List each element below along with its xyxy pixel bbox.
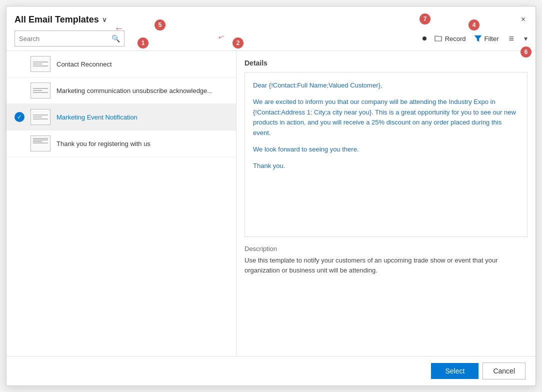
description-text: Use this template to notify your custome… — [244, 256, 528, 275]
main-content: Contact Reconnect Marketing communicatio… — [6, 50, 536, 356]
annotation-5: 5 — [154, 20, 166, 30]
title-text: All Email Templates — [14, 14, 99, 25]
email-line-4: Thank you. — [253, 161, 519, 172]
icon-line — [33, 116, 42, 118]
item-label: Marketing Event Notification — [56, 114, 138, 121]
email-closing-1: We look forward to seeing you there. — [253, 146, 359, 153]
filter-label: Filter — [484, 35, 499, 42]
email-templates-dialog: 1 2 3 4 5 6 7 All Email Templates ∨ ← × … — [6, 6, 536, 386]
email-line-2: We are excited to inform you that our co… — [253, 97, 519, 138]
template-thumbnail — [30, 82, 50, 98]
email-closing-2: Thank you. — [253, 162, 285, 170]
annotation-4: 4 — [468, 20, 480, 30]
icon-line — [33, 92, 48, 93]
toolbar-right: Record Filter ≡ ▾ — [422, 34, 528, 44]
icon-line — [33, 118, 48, 120]
filter-button[interactable]: Filter — [474, 34, 499, 42]
description-label: Description — [244, 245, 528, 252]
icon-line — [33, 142, 48, 144]
icon-line — [33, 88, 48, 89]
email-body-main: We are excited to inform you that our co… — [253, 98, 516, 136]
dialog-footer: Select Cancel — [6, 356, 536, 386]
search-input[interactable] — [19, 35, 112, 42]
close-button[interactable]: × — [519, 14, 528, 26]
dialog-header: All Email Templates ∨ ← × — [6, 6, 536, 30]
svg-marker-0 — [474, 36, 482, 42]
selected-checkmark: ✓ — [14, 112, 24, 122]
item-label: Thank you for registering with us — [56, 140, 150, 148]
icon-line — [33, 141, 42, 142]
check-placeholder — [14, 59, 24, 69]
item-label: Contact Reconnect — [56, 60, 112, 68]
check-placeholder — [14, 86, 24, 96]
description-section: Description Use this template to notify … — [244, 245, 528, 275]
icon-line — [33, 138, 48, 139]
icon-line — [33, 62, 48, 62]
template-thumbnail — [30, 109, 50, 125]
dialog-title: All Email Templates ∨ — [14, 14, 107, 25]
icon-line — [33, 90, 42, 91]
icon-line — [33, 140, 48, 140]
record-label: Record — [445, 35, 466, 42]
search-icon: 🔍 — [112, 34, 120, 42]
list-item[interactable]: ✓ Marketing Event Notification — [6, 104, 236, 130]
chevron-down-icon[interactable]: ∨ — [102, 16, 107, 24]
email-preview: Dear {!Contact:Full Name;Valued Customer… — [244, 72, 528, 237]
more-options-button[interactable]: ≡ — [506, 34, 516, 44]
email-line-1: Dear {!Contact:Full Name;Valued Customer… — [253, 80, 519, 91]
icon-line — [33, 66, 48, 66]
check-placeholder — [14, 138, 24, 148]
dot-indicator — [422, 36, 426, 40]
chevron-expand-button[interactable]: ▾ — [524, 34, 528, 42]
toolbar: 🔍 → Record Filter ≡ — [6, 30, 536, 50]
item-label: Marketing communication unsubscribe ackn… — [56, 87, 212, 94]
template-list: Contact Reconnect Marketing communicatio… — [6, 51, 236, 356]
details-panel: Details Dear {!Contact:Full Name;Valued … — [236, 51, 536, 356]
folder-icon — [434, 34, 442, 42]
arrow-2: → — [215, 30, 228, 44]
cancel-button[interactable]: Cancel — [482, 362, 526, 380]
template-thumbnail — [30, 56, 50, 72]
email-salutation: Dear {!Contact:Full Name;Valued Customer… — [253, 82, 382, 89]
annotation-7: 7 — [420, 14, 430, 24]
record-button[interactable]: Record — [434, 34, 466, 42]
list-item[interactable]: Contact Reconnect — [6, 51, 236, 78]
icon-line — [33, 114, 48, 116]
icon-line — [33, 64, 42, 64]
search-box[interactable]: 🔍 — [14, 30, 124, 46]
select-button[interactable]: Select — [431, 363, 478, 379]
details-heading: Details — [244, 59, 528, 67]
template-thumbnail — [30, 136, 50, 152]
filter-icon — [474, 34, 482, 42]
list-item[interactable]: Thank you for registering with us — [6, 130, 236, 157]
list-item[interactable]: Marketing communication unsubscribe ackn… — [6, 78, 236, 104]
email-line-3: We look forward to seeing you there. — [253, 144, 519, 155]
